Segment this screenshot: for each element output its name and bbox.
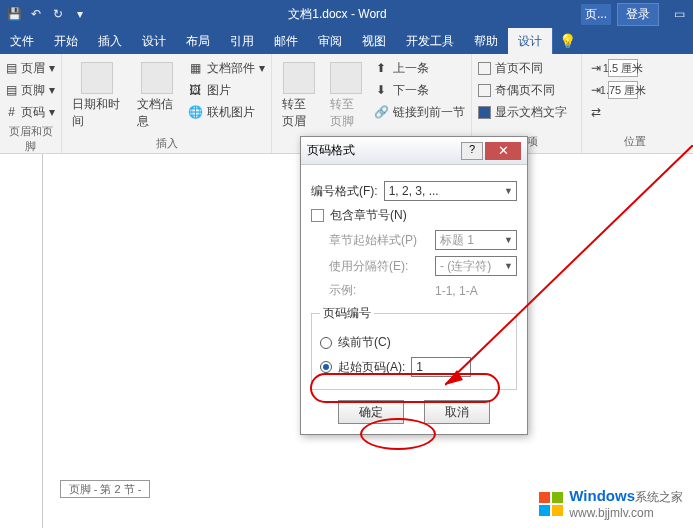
footer-section-label: 页脚 - 第 2 节 - [60, 480, 150, 498]
ribbon-tabs: 文件 开始 插入 设计 布局 引用 邮件 审阅 视图 开发工具 帮助 设计 💡 [0, 28, 693, 54]
format-label: 编号格式(F): [311, 183, 378, 200]
svg-rect-4 [539, 505, 550, 516]
example-value: 1-1, 1-A [435, 284, 478, 298]
dialog-title: 页码格式 [307, 142, 355, 159]
group-position: ⇥1.5 厘米 ⇥1.75 厘米 ⇄ 位置 [582, 54, 687, 153]
header-pos-icon: ⇥ [588, 60, 604, 76]
cancel-button[interactable]: 取消 [424, 400, 490, 424]
footer-icon: ▤ [6, 82, 17, 98]
vertical-ruler [25, 154, 43, 528]
tab-references[interactable]: 引用 [220, 28, 264, 54]
group-label: 位置 [588, 132, 681, 149]
tab-icon: ⇄ [588, 104, 604, 120]
pictures-button[interactable]: 🖼图片 [187, 80, 265, 100]
diff-odd-even-check[interactable]: 奇偶页不同 [478, 80, 575, 100]
page-number-icon: # [6, 104, 17, 120]
date-time-icon [81, 62, 113, 94]
start-at-input[interactable]: 1 [411, 357, 471, 377]
group-header-footer: ▤页眉 ▾ ▤页脚 ▾ #页码 ▾ 页眉和页脚 [0, 54, 62, 153]
document-title: 文档1.docx - Word [94, 6, 581, 23]
ok-button[interactable]: 确定 [338, 400, 404, 424]
tab-review[interactable]: 审阅 [308, 28, 352, 54]
next-icon: ⬇ [373, 82, 389, 98]
tell-me-icon[interactable]: 💡 [552, 28, 582, 54]
quick-parts-button[interactable]: ▦文档部件 ▾ [187, 58, 265, 78]
windows-logo-icon [537, 490, 565, 518]
include-chapter-checkbox[interactable] [311, 209, 324, 222]
redo-icon[interactable]: ↻ [50, 6, 66, 22]
goto-header-button[interactable]: 转至页眉 [278, 58, 320, 134]
tab-file[interactable]: 文件 [0, 28, 44, 54]
footer-position[interactable]: ⇥1.75 厘米 [588, 80, 681, 100]
tab-mailings[interactable]: 邮件 [264, 28, 308, 54]
group-label: 页眉和页脚 [6, 122, 55, 154]
chapter-style-combo: 标题 1 [435, 230, 517, 250]
svg-rect-2 [539, 492, 550, 503]
include-chapter-label: 包含章节号(N) [330, 207, 407, 224]
chapter-style-label: 章节起始样式(P) [329, 232, 429, 249]
footer-button[interactable]: ▤页脚 ▾ [6, 80, 55, 100]
checkbox-checked-icon [478, 106, 491, 119]
save-icon[interactable]: 💾 [6, 6, 22, 22]
header-button[interactable]: ▤页眉 ▾ [6, 58, 55, 78]
goto-header-icon [283, 62, 315, 94]
page-number-format-dialog: 页码格式 ? ✕ 编号格式(F): 1, 2, 3, ... 包含章节号(N) … [300, 136, 528, 435]
next-button[interactable]: ⬇下一条 [373, 80, 465, 100]
page-numbering-legend: 页码编号 [320, 305, 374, 322]
tab-insert[interactable]: 插入 [88, 28, 132, 54]
separator-combo: - (连字符) [435, 256, 517, 276]
ribbon-options-icon[interactable]: ▭ [671, 6, 687, 22]
show-doc-text-check[interactable]: 显示文档文字 [478, 102, 575, 122]
group-label: 插入 [68, 134, 265, 151]
continue-label: 续前节(C) [338, 334, 391, 351]
start-at-radio[interactable] [320, 361, 332, 373]
login-button[interactable]: 登录 [617, 3, 659, 26]
example-label: 示例: [329, 282, 429, 299]
checkbox-icon [478, 62, 491, 75]
tab-help[interactable]: 帮助 [464, 28, 508, 54]
tab-home[interactable]: 开始 [44, 28, 88, 54]
watermark: Windows系统之家www.bjjmlv.com [537, 487, 683, 520]
page-number-button[interactable]: #页码 ▾ [6, 102, 55, 122]
online-pictures-button[interactable]: 🌐联机图片 [187, 102, 265, 122]
help-button[interactable]: ? [461, 142, 483, 160]
format-combo[interactable]: 1, 2, 3, ... [384, 181, 517, 201]
picture-icon: 🖼 [187, 82, 203, 98]
previous-button[interactable]: ⬆上一条 [373, 58, 465, 78]
document-info-icon [141, 62, 173, 94]
date-time-button[interactable]: 日期和时间 [68, 58, 127, 134]
svg-rect-3 [552, 492, 563, 503]
tab-layout[interactable]: 布局 [176, 28, 220, 54]
tab-design[interactable]: 设计 [132, 28, 176, 54]
start-at-label: 起始页码(A): [338, 359, 405, 376]
goto-footer-icon [330, 62, 362, 94]
document-info-button[interactable]: 文档信息 [133, 58, 181, 134]
close-button[interactable]: ✕ [485, 142, 521, 160]
insert-alignment-tab[interactable]: ⇄ [588, 102, 681, 122]
diff-first-page-check[interactable]: 首页不同 [478, 58, 575, 78]
quick-parts-icon: ▦ [187, 60, 203, 76]
separator-label: 使用分隔符(E): [329, 258, 429, 275]
page-numbering-fieldset: 页码编号 续前节(C) 起始页码(A): 1 [311, 305, 517, 390]
title-bar: 💾 ↶ ↻ ▾ 文档1.docx - Word 页... 登录 ▭ [0, 0, 693, 28]
quick-access: 💾 ↶ ↻ ▾ [0, 6, 94, 22]
group-insert: 日期和时间 文档信息 ▦文档部件 ▾ 🖼图片 🌐联机图片 插入 [62, 54, 272, 153]
online-picture-icon: 🌐 [187, 104, 203, 120]
tab-view[interactable]: 视图 [352, 28, 396, 54]
header-position[interactable]: ⇥1.5 厘米 [588, 58, 681, 78]
undo-icon[interactable]: ↶ [28, 6, 44, 22]
svg-rect-5 [552, 505, 563, 516]
continue-radio[interactable] [320, 337, 332, 349]
header-icon: ▤ [6, 60, 17, 76]
goto-footer-button: 转至页脚 [326, 58, 368, 134]
checkbox-icon [478, 84, 491, 97]
dialog-titlebar: 页码格式 ? ✕ [301, 137, 527, 165]
tab-developer[interactable]: 开发工具 [396, 28, 464, 54]
tab-header-design[interactable]: 设计 [508, 28, 552, 54]
qat-dropdown-icon[interactable]: ▾ [72, 6, 88, 22]
previous-icon: ⬆ [373, 60, 389, 76]
link-icon: 🔗 [373, 104, 389, 120]
page-button[interactable]: 页... [581, 4, 611, 25]
link-previous-button[interactable]: 🔗链接到前一节 [373, 102, 465, 122]
